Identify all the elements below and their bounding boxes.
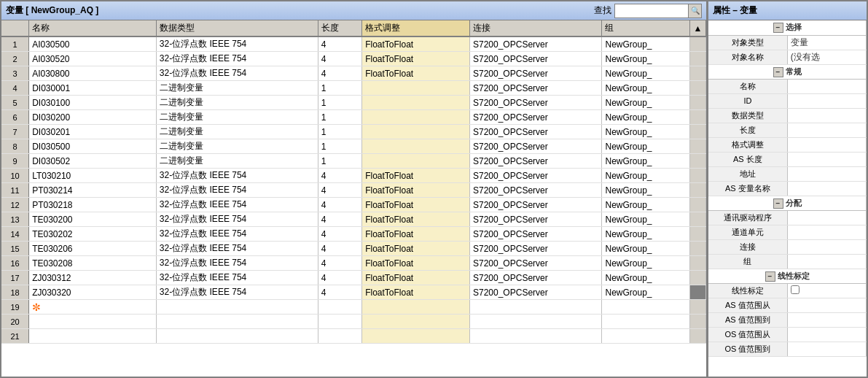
cell-name: TE030202 xyxy=(29,227,157,242)
props-row: 通讯驱动程序 xyxy=(708,210,867,225)
table-row[interactable]: 14TE03020232-位浮点数 IEEE 7544FloatToFloatS… xyxy=(1,227,706,242)
table-row[interactable]: 20 xyxy=(1,315,706,329)
section-header-cell[interactable]: −选择 xyxy=(708,20,867,35)
row-number: 14 xyxy=(1,227,29,242)
properties-title: 属性 – 变量 xyxy=(713,4,757,17)
section-header-cell[interactable]: −常规 xyxy=(708,64,867,79)
table-row[interactable]: 4DI030001二进制变量1S7200_OPCServerNewGroup_ xyxy=(1,81,706,96)
variables-title: 变量 [ NewGroup_AQ ] xyxy=(6,4,98,17)
col-header-group[interactable]: 组 xyxy=(602,20,690,36)
row-number: 9 xyxy=(1,154,29,169)
cell-name: TE030208 xyxy=(29,256,157,271)
table-row[interactable]: 21 xyxy=(1,329,706,344)
row-number: 3 xyxy=(1,66,29,81)
cell-connection: S7200_OPCServer xyxy=(470,285,602,300)
row-number: 18 xyxy=(1,285,29,300)
table-row[interactable]: 12PT03021832-位浮点数 IEEE 7544FloatToFloatS… xyxy=(1,198,706,212)
cell-datatype xyxy=(156,300,318,315)
table-row[interactable]: 9DI030502二进制变量1S7200_OPCServerNewGroup_ xyxy=(1,154,706,169)
cell-length: 4 xyxy=(318,52,361,66)
cell-datatype: 二进制变量 xyxy=(156,139,318,154)
table-row[interactable]: 17ZJ03031232-位浮点数 IEEE 7544FloatToFloatS… xyxy=(1,271,706,285)
cell-group xyxy=(602,315,690,329)
table-row[interactable]: 18ZJ03032032-位浮点数 IEEE 7544FloatToFloatS… xyxy=(1,285,706,300)
cell-name: LT030210 xyxy=(29,169,157,183)
search-bar: 查找 🔍 xyxy=(594,4,702,18)
section-toggle-icon[interactable]: − xyxy=(773,23,783,33)
table-row[interactable]: 2AI03052032-位浮点数 IEEE 7544FloatToFloatS7… xyxy=(1,52,706,66)
props-section-header[interactable]: −选择 xyxy=(708,20,867,35)
scroll-col xyxy=(690,169,706,183)
section-toggle-icon[interactable]: − xyxy=(765,271,775,282)
table-row[interactable]: 1AI03050032-位浮点数 IEEE 7544FloatToFloatS7… xyxy=(1,36,706,52)
table-row[interactable]: 19✼ xyxy=(1,300,706,315)
linear-checkbox[interactable] xyxy=(791,285,799,294)
prop-label: AS 长度 xyxy=(708,152,787,166)
prop-label: 对象名称 xyxy=(708,50,787,64)
section-label: 分配 xyxy=(786,198,802,207)
prop-label: 数据类型 xyxy=(708,108,787,123)
table-row[interactable]: 3AI03080032-位浮点数 IEEE 7544FloatToFloatS7… xyxy=(1,66,706,81)
search-button[interactable]: 🔍 xyxy=(688,4,701,18)
cell-datatype xyxy=(156,329,318,344)
table-row[interactable]: 13TE03020032-位浮点数 IEEE 7544FloatToFloatS… xyxy=(1,212,706,227)
section-header-cell[interactable]: −线性标定 xyxy=(708,269,867,283)
prop-value xyxy=(787,123,866,137)
properties-scroll[interactable]: −选择对象类型变量对象名称(没有选−常规名称ID数据类型长度格式调整AS 长度地… xyxy=(708,20,867,377)
table-row[interactable]: 5DI030100二进制变量1S7200_OPCServerNewGroup_ xyxy=(1,96,706,110)
col-header-format[interactable]: 格式调整 xyxy=(362,20,470,36)
section-header-cell[interactable]: −分配 xyxy=(708,196,867,210)
table-row[interactable]: 8DI030500二进制变量1S7200_OPCServerNewGroup_ xyxy=(1,139,706,154)
props-row: 长度 xyxy=(708,123,867,137)
table-row[interactable]: 10LT03021032-位浮点数 IEEE 7544FloatToFloatS… xyxy=(1,169,706,183)
props-section-header[interactable]: −分配 xyxy=(708,196,867,210)
cell-connection: S7200_OPCServer xyxy=(470,139,602,154)
prop-label: 格式调整 xyxy=(708,137,787,152)
prop-label: 名称 xyxy=(708,79,787,93)
col-header-connection[interactable]: 连接 xyxy=(470,20,602,36)
scroll-col xyxy=(690,315,706,329)
cell-format: FloatToFloat xyxy=(362,212,470,227)
scroll-col xyxy=(690,183,706,198)
section-toggle-icon[interactable]: − xyxy=(773,198,783,209)
table-row[interactable]: 16TE03020832-位浮点数 IEEE 7544FloatToFloatS… xyxy=(1,256,706,271)
row-number: 16 xyxy=(1,256,29,271)
cell-group: NewGroup_ xyxy=(602,81,690,96)
properties-table: −选择对象类型变量对象名称(没有选−常规名称ID数据类型长度格式调整AS 长度地… xyxy=(708,20,867,357)
scroll-col xyxy=(690,154,706,169)
scroll-col xyxy=(690,300,706,315)
prop-value xyxy=(787,312,866,327)
prop-value xyxy=(787,108,866,123)
cell-connection: S7200_OPCServer xyxy=(470,125,602,139)
row-number: 15 xyxy=(1,242,29,256)
cell-name: DI030100 xyxy=(29,96,157,110)
table-row[interactable]: 7DI030201二进制变量1S7200_OPCServerNewGroup_ xyxy=(1,125,706,139)
cell-name: ZJ030312 xyxy=(29,271,157,285)
cell-name: DI030500 xyxy=(29,139,157,154)
cell-connection: S7200_OPCServer xyxy=(470,198,602,212)
section-toggle-icon[interactable]: − xyxy=(773,67,783,77)
props-row: 通道单元 xyxy=(708,225,867,239)
table-row[interactable]: 6DI030200二进制变量1S7200_OPCServerNewGroup_ xyxy=(1,110,706,125)
prop-value xyxy=(787,225,866,239)
col-header-name[interactable]: 名称 xyxy=(29,20,157,36)
props-row: OS 值范围到 xyxy=(708,342,867,356)
cell-datatype: 32-位浮点数 IEEE 754 xyxy=(156,256,318,271)
table-row[interactable]: 15TE03020632-位浮点数 IEEE 7544FloatToFloatS… xyxy=(1,242,706,256)
col-header-length[interactable]: 长度 xyxy=(318,20,361,36)
cell-length: 4 xyxy=(318,285,361,300)
prop-value xyxy=(787,254,866,269)
table-row[interactable]: 11PT03021432-位浮点数 IEEE 7544FloatToFloatS… xyxy=(1,183,706,198)
cell-format xyxy=(362,110,470,125)
cell-group xyxy=(602,300,690,315)
variables-table-container: 名称 数据类型 长度 格式调整 连接 组 ▲ 1AI03050032-位浮点数 … xyxy=(1,20,706,377)
search-input[interactable] xyxy=(615,4,688,18)
scroll-col xyxy=(690,81,706,96)
prop-value[interactable] xyxy=(787,283,866,298)
scroll-col xyxy=(690,66,706,81)
props-section-header[interactable]: −线性标定 xyxy=(708,269,867,283)
cell-connection: S7200_OPCServer xyxy=(470,110,602,125)
cell-datatype: 32-位浮点数 IEEE 754 xyxy=(156,36,318,52)
col-header-datatype[interactable]: 数据类型 xyxy=(156,20,318,36)
props-section-header[interactable]: −常规 xyxy=(708,64,867,79)
